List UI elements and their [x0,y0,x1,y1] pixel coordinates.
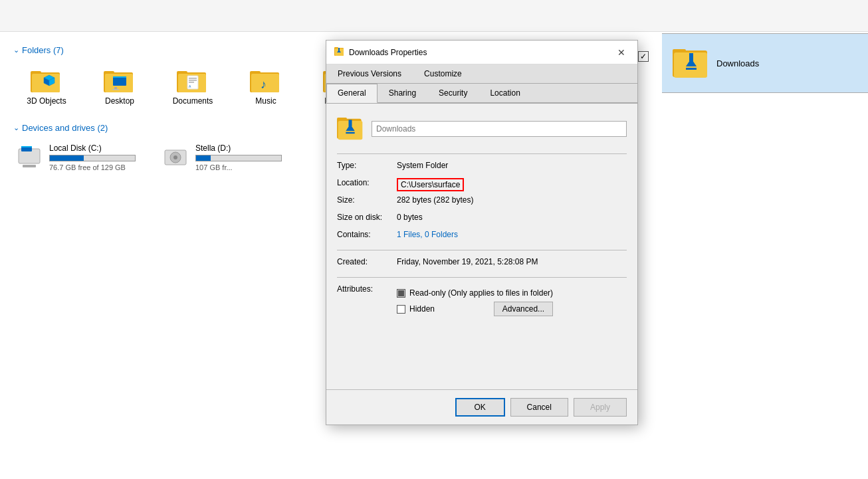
drive-d-name: Stella (D:) [195,144,282,153]
dialog-close-button[interactable]: ✕ [613,45,629,60]
svg-rect-42 [689,53,693,61]
location-value: C:\Users\surface [397,178,627,191]
svg-rect-10 [113,76,126,78]
svg-text:♪: ♪ [261,78,267,91]
dialog-title-icon [334,46,345,58]
svg-rect-48 [338,48,340,51]
downloads-selected-folder[interactable]: ✓ Downloads [662,33,868,93]
drive-c-space: 76.7 GB free of 129 GB [49,163,136,171]
tab-security[interactable]: Security [427,84,479,102]
drive-c-name: Local Disk (C:) [49,144,136,153]
tab-customize[interactable]: Customize [413,64,473,83]
folders-header-label: Folders (7) [22,45,64,55]
folder-icon-documents: A [177,67,209,94]
svg-rect-19 [189,82,194,83]
folder-label-documents: Documents [173,96,213,106]
size-on-disk-label: Size on disk: [337,213,397,226]
apply-button[interactable]: Apply [574,398,627,417]
svg-rect-34 [23,165,36,167]
folder-item-documents[interactable]: A Documents [160,63,226,110]
dialog-body: Type: System Folder Location: C:\Users\s… [326,104,637,331]
property-row-size: Size: 282 bytes (282 bytes) [337,195,627,209]
property-row-attributes: Attributes: Read-only (Only applies to f… [337,284,627,316]
tabs-row-top: Previous Versions Customize [326,64,637,84]
advanced-button[interactable]: Advanced... [494,302,553,316]
tab-location[interactable]: Location [479,84,531,102]
size-on-disk-value: 0 bytes [397,213,627,226]
svg-rect-54 [346,132,354,134]
svg-rect-53 [349,120,352,126]
property-row-type: Type: System Folder [337,161,627,174]
folder-item-music[interactable]: ♪ Music [233,63,299,110]
hidden-label: Hidden [409,304,435,314]
svg-rect-33 [21,146,32,147]
cancel-button[interactable]: Cancel [510,398,568,417]
type-value: System Folder [397,161,627,174]
dialog-footer: OK Cancel Apply [326,389,637,425]
hidden-checkbox[interactable] [397,305,405,314]
property-row-size-on-disk: Size on disk: 0 bytes [337,213,627,226]
svg-rect-17 [189,78,197,79]
dialog-titlebar: Downloads Properties ✕ [326,41,637,64]
property-row-location: Location: C:\Users\surface [337,178,627,191]
divider-1 [337,153,627,154]
tab-sharing[interactable]: Sharing [378,84,427,102]
folder-label-desktop: Desktop [105,96,134,106]
contains-value[interactable]: 1 Files, 0 Folders [397,230,627,243]
size-label: Size: [337,195,397,209]
drive-c-icon [16,144,43,172]
drive-d-space: 107 GB fr... [195,163,282,171]
svg-rect-11 [114,87,117,89]
svg-point-37 [173,155,177,159]
folder-preview-icon [337,114,364,143]
tab-general[interactable]: General [326,84,378,103]
chevron-icon: ⌄ [13,46,19,54]
folder-item-desktop[interactable]: Desktop [86,63,153,110]
size-value: 282 bytes (282 bytes) [397,195,627,209]
downloads-folder-label: Downloads [716,58,759,68]
dialog-title-left: Downloads Properties [334,46,427,58]
divider-3 [337,277,627,278]
drive-d-icon [162,144,189,172]
ok-button[interactable]: OK [455,398,505,417]
folder-item-3dobjects[interactable]: 3D Objects [13,63,80,110]
drive-item-d[interactable]: Stella (D:) 107 GB fr... [160,141,292,175]
drive-d-fill [196,155,211,161]
folder-icon-desktop [104,67,136,94]
drive-c-info: Local Disk (C:) 76.7 GB free of 129 GB [49,144,136,171]
drive-c-bar [49,155,136,161]
drives-header-label: Devices and drives (2) [22,123,108,133]
attr-row-hidden: Hidden Advanced... [397,302,553,316]
created-value: Friday, November 19, 2021, 5:28:08 PM [397,257,627,270]
dialog-title-text: Downloads Properties [349,48,427,57]
properties-dialog: Downloads Properties ✕ Previous Versions… [326,40,638,425]
type-label: Type: [337,161,397,174]
folder-label-music: Music [255,96,276,106]
tab-previous-versions[interactable]: Previous Versions [326,64,413,83]
svg-rect-18 [189,80,197,81]
downloads-checkbox[interactable]: ✓ [638,51,649,62]
top-bar [0,0,868,32]
tabs-row-bottom: General Sharing Security Location [326,84,637,104]
divider-2 [337,250,627,250]
downloads-folder-large-icon [673,44,710,83]
folder-icon-music: ♪ [250,67,282,94]
drive-c-fill [50,155,84,161]
attributes-label: Attributes: [337,284,397,316]
created-label: Created: [337,257,397,270]
property-row-contains: Contains: 1 Files, 0 Folders [337,230,627,243]
location-highlight-box: C:\Users\surface [397,178,464,191]
chevron-drives-icon: ⌄ [13,124,19,132]
contains-label: Contains: [337,230,397,243]
svg-rect-12 [112,89,119,90]
svg-rect-43 [686,68,697,70]
svg-rect-9 [113,76,126,86]
folder-name-input[interactable] [372,121,627,137]
attr-row-readonly: Read-only (Only applies to files in fold… [397,288,553,298]
readonly-checkbox[interactable] [397,289,405,298]
drive-item-c[interactable]: Local Disk (C:) 76.7 GB free of 129 GB [13,141,146,175]
folder-preview-row [337,114,627,143]
drive-d-bar [195,155,282,161]
folder-icon [31,67,62,94]
drive-d-info: Stella (D:) 107 GB fr... [195,144,282,171]
